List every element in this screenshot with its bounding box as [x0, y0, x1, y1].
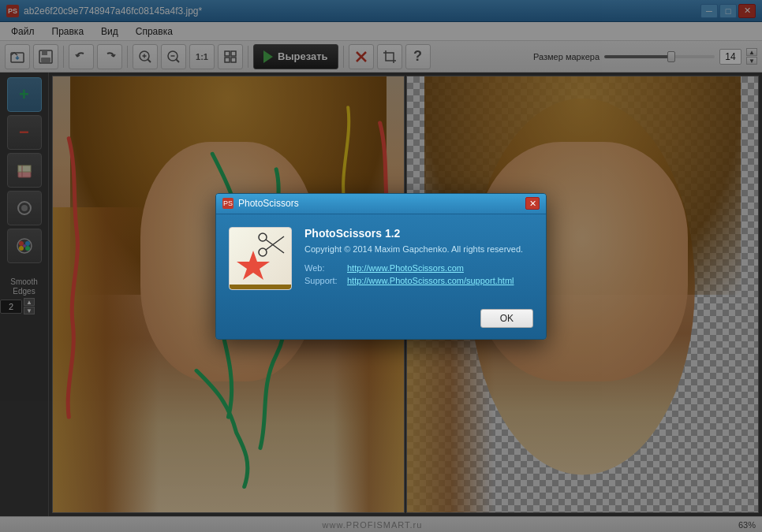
- dialog-support-row: Support: http://www.PhotoScissors.com/su…: [304, 276, 533, 285]
- photo-border: [230, 285, 291, 289]
- star-container: [236, 248, 271, 283]
- dialog-info: PhotoScissors 1.2 Copyright © 2014 Maxim…: [304, 227, 533, 290]
- dialog-web-url[interactable]: http://www.PhotoScissors.com: [347, 263, 464, 273]
- dialog-title-bar: PS PhotoScissors ✕: [216, 194, 546, 214]
- dialog-app-icon: [229, 227, 292, 290]
- dialog-web-row: Web: http://www.PhotoScissors.com: [304, 263, 533, 273]
- dialog-web-label: Web:: [304, 263, 342, 273]
- dialog-icon-area: [229, 227, 292, 290]
- dialog-overlay: PS PhotoScissors ✕: [0, 0, 762, 532]
- dialog-copyright: Copyright © 2014 Maxim Gapchenko. All ri…: [304, 243, 533, 256]
- dialog-title-text: PhotoScissors: [238, 198, 299, 209]
- dialog-title-left: PS PhotoScissors: [222, 198, 299, 209]
- about-dialog: PS PhotoScissors ✕: [215, 193, 547, 340]
- dialog-body: PhotoScissors 1.2 Copyright © 2014 Maxim…: [216, 214, 546, 303]
- dialog-close-button[interactable]: ✕: [525, 197, 540, 210]
- dialog-ok-button[interactable]: OK: [480, 309, 533, 328]
- svg-point-20: [259, 233, 267, 241]
- dialog-support-url[interactable]: http://www.PhotoScissors.com/support.htm…: [347, 276, 514, 285]
- dialog-title-icon: PS: [222, 198, 233, 209]
- dialog-support-label: Support:: [304, 276, 342, 285]
- star-svg: [236, 248, 271, 283]
- svg-marker-24: [237, 251, 270, 280]
- dialog-footer: OK: [216, 303, 546, 339]
- dialog-app-name: PhotoScissors 1.2: [304, 227, 533, 240]
